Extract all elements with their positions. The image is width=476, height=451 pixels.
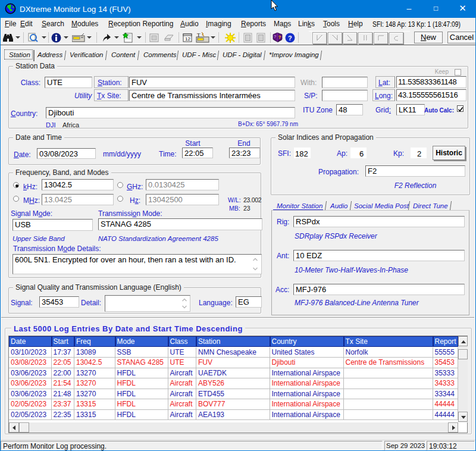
svg-text:?: ?	[278, 35, 281, 40]
svg-text:?: ?	[288, 35, 292, 42]
svg-text:12: 12	[185, 36, 190, 42]
svg-text:?: ?	[274, 35, 276, 39]
